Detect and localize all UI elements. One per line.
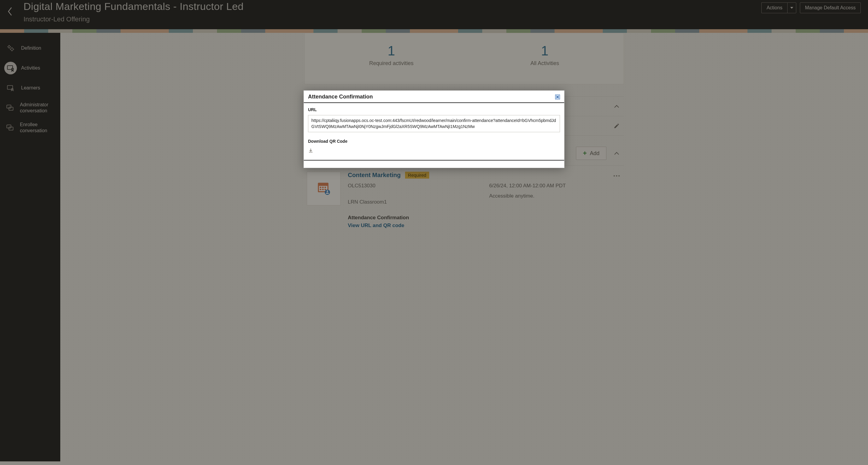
url-textbox[interactable]: https://cptaliiqy.fusionapps.ocs.oc-test…: [308, 115, 560, 132]
dialog-footer: [304, 160, 564, 168]
dialog-close-button[interactable]: [555, 95, 560, 99]
app-root: Digital Marketing Fundamentals - Instruc…: [0, 0, 868, 465]
download-qr-button[interactable]: [308, 148, 313, 153]
dialog-header: Attendance Confirmation: [304, 91, 564, 103]
url-label: URL: [308, 107, 560, 112]
dialog-body: URL https://cptaliiqy.fusionapps.ocs.oc-…: [304, 103, 564, 160]
attendance-dialog: Attendance Confirmation URL https://cpta…: [304, 90, 564, 168]
modal-overlay: Attendance Confirmation URL https://cpta…: [0, 0, 868, 465]
qr-download-label: Download QR Code: [308, 139, 560, 144]
dialog-title: Attendance Confirmation: [308, 94, 373, 100]
